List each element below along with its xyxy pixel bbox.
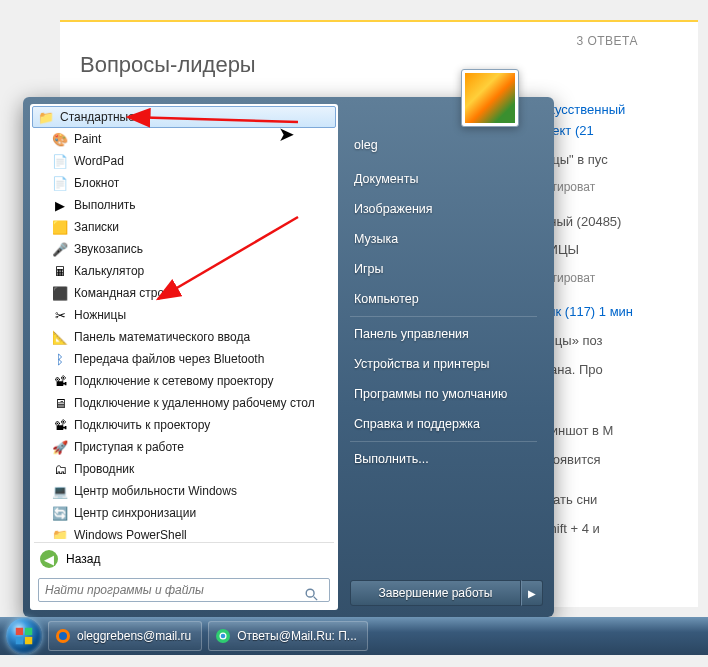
program-label: Командная строка: [74, 286, 176, 300]
program-label: Передача файлов через Bluetooth: [74, 352, 264, 366]
laptop-icon: 💻: [52, 483, 68, 499]
notepad-icon: 📄: [52, 175, 68, 191]
program-label: Панель математического ввода: [74, 330, 250, 344]
back-button[interactable]: ◀ Назад: [32, 546, 336, 572]
taskbar: oleggrebens@mail.ru Ответы@Mail.Ru: П...: [0, 617, 708, 655]
program-label: Ножницы: [74, 308, 126, 322]
user-avatar[interactable]: [461, 69, 519, 127]
folder-icon: 📁: [52, 527, 68, 539]
computer-link[interactable]: Компьютер: [350, 284, 543, 314]
math-icon: 📐: [52, 329, 68, 345]
back-label: Назад: [66, 552, 100, 566]
program-label: Проводник: [74, 462, 134, 476]
search-input[interactable]: [38, 578, 330, 602]
pictures-link[interactable]: Изображения: [350, 194, 543, 224]
program-snipping-tool[interactable]: ✂Ножницы: [32, 304, 336, 326]
control-panel-link[interactable]: Панель управления: [350, 319, 543, 349]
scissors-icon: ✂: [52, 307, 68, 323]
program-wordpad[interactable]: 📄WordPad: [32, 150, 336, 172]
divider: [350, 441, 537, 442]
paint-icon: 🎨: [52, 131, 68, 147]
program-remote-desktop[interactable]: 🖥Подключение к удаленному рабочему стол: [32, 392, 336, 414]
program-stickynotes[interactable]: 🟨Записки: [32, 216, 336, 238]
folder-open-icon: 📁: [38, 109, 54, 125]
monitor-icon: 🖥: [52, 395, 68, 411]
program-explorer[interactable]: 🗂Проводник: [32, 458, 336, 480]
explorer-icon: 🗂: [52, 461, 68, 477]
start-menu-left-pane: 📁 Стандартные 🎨Paint 📄WordPad 📄Блокнот ▶…: [30, 104, 338, 610]
program-math-input[interactable]: 📐Панель математического ввода: [32, 326, 336, 348]
search-icon: [304, 587, 318, 601]
taskbar-app-firefox[interactable]: oleggrebens@mail.ru: [48, 621, 202, 651]
program-label: Подключение к сетевому проектору: [74, 374, 273, 388]
sync-icon: 🔄: [52, 505, 68, 521]
program-sync-center[interactable]: 🔄Центр синхронизации: [32, 502, 336, 524]
music-link[interactable]: Музыка: [350, 224, 543, 254]
username-link[interactable]: oleg: [350, 130, 543, 160]
projector-icon: 📽: [52, 417, 68, 433]
taskbar-app-chrome[interactable]: Ответы@Mail.Ru: П...: [208, 621, 368, 651]
run-icon: ▶: [52, 197, 68, 213]
chrome-icon: [215, 628, 231, 644]
shutdown-button[interactable]: Завершение работы: [350, 580, 521, 606]
mouse-cursor-icon: ➤: [278, 122, 295, 146]
devices-printers-link[interactable]: Устройства и принтеры: [350, 349, 543, 379]
notes-icon: 🟨: [52, 219, 68, 235]
svg-point-9: [59, 632, 67, 640]
svg-rect-4: [16, 628, 23, 635]
program-run[interactable]: ▶Выполнить: [32, 194, 336, 216]
start-menu-right-pane: oleg Документы Изображения Музыка Игры К…: [338, 104, 547, 610]
mic-icon: 🎤: [52, 241, 68, 257]
program-label: Приступая к работе: [74, 440, 184, 454]
documents-link[interactable]: Документы: [350, 164, 543, 194]
divider: [350, 316, 537, 317]
divider: [34, 542, 334, 543]
rocket-icon: 🚀: [52, 439, 68, 455]
program-label: Подключение к удаленному рабочему стол: [74, 396, 315, 410]
folder-powershell[interactable]: 📁Windows PowerShell: [32, 524, 336, 539]
svg-rect-6: [16, 637, 23, 644]
default-programs-link[interactable]: Программы по умолчанию: [350, 379, 543, 409]
program-getting-started[interactable]: 🚀Приступая к работе: [32, 436, 336, 458]
program-notepad[interactable]: 📄Блокнот: [32, 172, 336, 194]
firefox-icon: [55, 628, 71, 644]
run-link[interactable]: Выполнить...: [350, 444, 543, 474]
svg-rect-5: [25, 628, 32, 635]
program-recorder[interactable]: 🎤Звукозапись: [32, 238, 336, 260]
program-bluetooth[interactable]: ᛒПередача файлов через Bluetooth: [32, 348, 336, 370]
start-menu: 📁 Стандартные 🎨Paint 📄WordPad 📄Блокнот ▶…: [23, 97, 554, 617]
program-label: Paint: [74, 132, 101, 146]
program-network-projector[interactable]: 📽Подключение к сетевому проектору: [32, 370, 336, 392]
svg-rect-7: [25, 637, 32, 644]
avatar-image: [465, 73, 515, 123]
program-cmd[interactable]: ⬛Командная строка: [32, 282, 336, 304]
bluetooth-icon: ᛒ: [52, 351, 68, 367]
games-link[interactable]: Игры: [350, 254, 543, 284]
wordpad-icon: 📄: [52, 153, 68, 169]
windows-logo-icon: [13, 625, 35, 647]
svg-point-0: [306, 589, 314, 597]
svg-point-12: [221, 634, 226, 639]
svg-line-1: [314, 597, 318, 601]
program-connect-projector[interactable]: 📽Подключить к проектору: [32, 414, 336, 436]
calculator-icon: 🖩: [52, 263, 68, 279]
folder-label: Стандартные: [60, 110, 135, 124]
program-label: Калькулятор: [74, 264, 144, 278]
page-heading: Вопросы-лидеры: [80, 52, 256, 78]
back-arrow-icon: ◀: [40, 550, 58, 568]
help-support-link[interactable]: Справка и поддержка: [350, 409, 543, 439]
program-label: WordPad: [74, 154, 124, 168]
program-label: Центр мобильности Windows: [74, 484, 237, 498]
taskbar-app-label: Ответы@Mail.Ru: П...: [237, 629, 357, 643]
terminal-icon: ⬛: [52, 285, 68, 301]
shutdown-group: Завершение работы ▶: [350, 580, 543, 606]
start-button[interactable]: [6, 618, 42, 654]
program-calculator[interactable]: 🖩Калькулятор: [32, 260, 336, 282]
program-mobility-center[interactable]: 💻Центр мобильности Windows: [32, 480, 336, 502]
program-label: Центр синхронизации: [74, 506, 196, 520]
projector-icon: 📽: [52, 373, 68, 389]
shutdown-options-button[interactable]: ▶: [521, 580, 543, 606]
answers-header: 3 ОТВЕТА: [576, 34, 638, 48]
program-list[interactable]: 📁 Стандартные 🎨Paint 📄WordPad 📄Блокнот ▶…: [32, 106, 336, 539]
taskbar-app-label: oleggrebens@mail.ru: [77, 629, 191, 643]
